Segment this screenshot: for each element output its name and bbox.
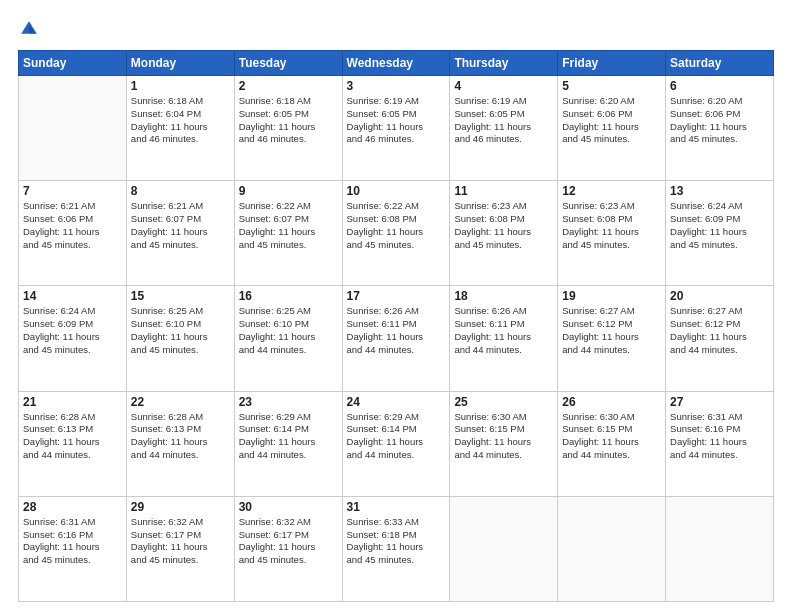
day-number: 25 bbox=[454, 395, 553, 409]
day-info: Sunrise: 6:30 AM Sunset: 6:15 PM Dayligh… bbox=[562, 411, 661, 462]
day-number: 31 bbox=[347, 500, 446, 514]
day-number: 5 bbox=[562, 79, 661, 93]
day-cell: 24Sunrise: 6:29 AM Sunset: 6:14 PM Dayli… bbox=[342, 391, 450, 496]
day-number: 26 bbox=[562, 395, 661, 409]
weekday-header-tuesday: Tuesday bbox=[234, 51, 342, 76]
weekday-header-saturday: Saturday bbox=[666, 51, 774, 76]
day-number: 28 bbox=[23, 500, 122, 514]
day-number: 14 bbox=[23, 289, 122, 303]
day-info: Sunrise: 6:20 AM Sunset: 6:06 PM Dayligh… bbox=[562, 95, 661, 146]
day-info: Sunrise: 6:26 AM Sunset: 6:11 PM Dayligh… bbox=[454, 305, 553, 356]
day-info: Sunrise: 6:22 AM Sunset: 6:08 PM Dayligh… bbox=[347, 200, 446, 251]
day-info: Sunrise: 6:24 AM Sunset: 6:09 PM Dayligh… bbox=[23, 305, 122, 356]
day-cell: 4Sunrise: 6:19 AM Sunset: 6:05 PM Daylig… bbox=[450, 76, 558, 181]
day-cell: 21Sunrise: 6:28 AM Sunset: 6:13 PM Dayli… bbox=[19, 391, 127, 496]
day-number: 30 bbox=[239, 500, 338, 514]
day-info: Sunrise: 6:29 AM Sunset: 6:14 PM Dayligh… bbox=[347, 411, 446, 462]
day-cell: 5Sunrise: 6:20 AM Sunset: 6:06 PM Daylig… bbox=[558, 76, 666, 181]
day-number: 8 bbox=[131, 184, 230, 198]
day-cell: 18Sunrise: 6:26 AM Sunset: 6:11 PM Dayli… bbox=[450, 286, 558, 391]
day-info: Sunrise: 6:32 AM Sunset: 6:17 PM Dayligh… bbox=[239, 516, 338, 567]
day-cell bbox=[558, 496, 666, 601]
day-cell: 31Sunrise: 6:33 AM Sunset: 6:18 PM Dayli… bbox=[342, 496, 450, 601]
day-info: Sunrise: 6:25 AM Sunset: 6:10 PM Dayligh… bbox=[131, 305, 230, 356]
day-cell: 7Sunrise: 6:21 AM Sunset: 6:06 PM Daylig… bbox=[19, 181, 127, 286]
day-cell: 14Sunrise: 6:24 AM Sunset: 6:09 PM Dayli… bbox=[19, 286, 127, 391]
day-info: Sunrise: 6:25 AM Sunset: 6:10 PM Dayligh… bbox=[239, 305, 338, 356]
week-row-3: 14Sunrise: 6:24 AM Sunset: 6:09 PM Dayli… bbox=[19, 286, 774, 391]
day-number: 12 bbox=[562, 184, 661, 198]
day-info: Sunrise: 6:26 AM Sunset: 6:11 PM Dayligh… bbox=[347, 305, 446, 356]
day-cell: 12Sunrise: 6:23 AM Sunset: 6:08 PM Dayli… bbox=[558, 181, 666, 286]
day-info: Sunrise: 6:32 AM Sunset: 6:17 PM Dayligh… bbox=[131, 516, 230, 567]
day-number: 13 bbox=[670, 184, 769, 198]
day-number: 4 bbox=[454, 79, 553, 93]
day-info: Sunrise: 6:24 AM Sunset: 6:09 PM Dayligh… bbox=[670, 200, 769, 251]
day-cell: 13Sunrise: 6:24 AM Sunset: 6:09 PM Dayli… bbox=[666, 181, 774, 286]
day-number: 1 bbox=[131, 79, 230, 93]
day-cell: 3Sunrise: 6:19 AM Sunset: 6:05 PM Daylig… bbox=[342, 76, 450, 181]
week-row-2: 7Sunrise: 6:21 AM Sunset: 6:06 PM Daylig… bbox=[19, 181, 774, 286]
day-number: 18 bbox=[454, 289, 553, 303]
day-info: Sunrise: 6:33 AM Sunset: 6:18 PM Dayligh… bbox=[347, 516, 446, 567]
day-number: 10 bbox=[347, 184, 446, 198]
day-number: 11 bbox=[454, 184, 553, 198]
day-cell: 8Sunrise: 6:21 AM Sunset: 6:07 PM Daylig… bbox=[126, 181, 234, 286]
day-cell bbox=[666, 496, 774, 601]
day-number: 27 bbox=[670, 395, 769, 409]
weekday-header-thursday: Thursday bbox=[450, 51, 558, 76]
weekday-header-sunday: Sunday bbox=[19, 51, 127, 76]
day-info: Sunrise: 6:31 AM Sunset: 6:16 PM Dayligh… bbox=[23, 516, 122, 567]
day-cell: 17Sunrise: 6:26 AM Sunset: 6:11 PM Dayli… bbox=[342, 286, 450, 391]
day-cell: 27Sunrise: 6:31 AM Sunset: 6:16 PM Dayli… bbox=[666, 391, 774, 496]
logo-icon bbox=[18, 18, 40, 40]
day-number: 20 bbox=[670, 289, 769, 303]
day-number: 19 bbox=[562, 289, 661, 303]
day-number: 6 bbox=[670, 79, 769, 93]
day-cell: 2Sunrise: 6:18 AM Sunset: 6:05 PM Daylig… bbox=[234, 76, 342, 181]
day-cell: 26Sunrise: 6:30 AM Sunset: 6:15 PM Dayli… bbox=[558, 391, 666, 496]
day-info: Sunrise: 6:21 AM Sunset: 6:07 PM Dayligh… bbox=[131, 200, 230, 251]
day-info: Sunrise: 6:19 AM Sunset: 6:05 PM Dayligh… bbox=[347, 95, 446, 146]
header bbox=[18, 18, 774, 40]
day-cell: 28Sunrise: 6:31 AM Sunset: 6:16 PM Dayli… bbox=[19, 496, 127, 601]
day-cell: 6Sunrise: 6:20 AM Sunset: 6:06 PM Daylig… bbox=[666, 76, 774, 181]
day-info: Sunrise: 6:29 AM Sunset: 6:14 PM Dayligh… bbox=[239, 411, 338, 462]
weekday-header-friday: Friday bbox=[558, 51, 666, 76]
day-cell: 9Sunrise: 6:22 AM Sunset: 6:07 PM Daylig… bbox=[234, 181, 342, 286]
page: SundayMondayTuesdayWednesdayThursdayFrid… bbox=[0, 0, 792, 612]
day-info: Sunrise: 6:18 AM Sunset: 6:05 PM Dayligh… bbox=[239, 95, 338, 146]
day-cell bbox=[19, 76, 127, 181]
day-number: 15 bbox=[131, 289, 230, 303]
day-cell: 1Sunrise: 6:18 AM Sunset: 6:04 PM Daylig… bbox=[126, 76, 234, 181]
day-info: Sunrise: 6:28 AM Sunset: 6:13 PM Dayligh… bbox=[23, 411, 122, 462]
day-info: Sunrise: 6:22 AM Sunset: 6:07 PM Dayligh… bbox=[239, 200, 338, 251]
day-cell: 15Sunrise: 6:25 AM Sunset: 6:10 PM Dayli… bbox=[126, 286, 234, 391]
calendar-table: SundayMondayTuesdayWednesdayThursdayFrid… bbox=[18, 50, 774, 602]
day-info: Sunrise: 6:23 AM Sunset: 6:08 PM Dayligh… bbox=[562, 200, 661, 251]
day-info: Sunrise: 6:19 AM Sunset: 6:05 PM Dayligh… bbox=[454, 95, 553, 146]
day-number: 29 bbox=[131, 500, 230, 514]
day-cell: 16Sunrise: 6:25 AM Sunset: 6:10 PM Dayli… bbox=[234, 286, 342, 391]
weekday-header-wednesday: Wednesday bbox=[342, 51, 450, 76]
day-cell: 19Sunrise: 6:27 AM Sunset: 6:12 PM Dayli… bbox=[558, 286, 666, 391]
day-cell: 29Sunrise: 6:32 AM Sunset: 6:17 PM Dayli… bbox=[126, 496, 234, 601]
week-row-1: 1Sunrise: 6:18 AM Sunset: 6:04 PM Daylig… bbox=[19, 76, 774, 181]
day-cell bbox=[450, 496, 558, 601]
day-info: Sunrise: 6:21 AM Sunset: 6:06 PM Dayligh… bbox=[23, 200, 122, 251]
day-number: 21 bbox=[23, 395, 122, 409]
day-cell: 30Sunrise: 6:32 AM Sunset: 6:17 PM Dayli… bbox=[234, 496, 342, 601]
day-cell: 10Sunrise: 6:22 AM Sunset: 6:08 PM Dayli… bbox=[342, 181, 450, 286]
week-row-4: 21Sunrise: 6:28 AM Sunset: 6:13 PM Dayli… bbox=[19, 391, 774, 496]
day-number: 9 bbox=[239, 184, 338, 198]
day-number: 16 bbox=[239, 289, 338, 303]
day-cell: 11Sunrise: 6:23 AM Sunset: 6:08 PM Dayli… bbox=[450, 181, 558, 286]
day-number: 23 bbox=[239, 395, 338, 409]
week-row-5: 28Sunrise: 6:31 AM Sunset: 6:16 PM Dayli… bbox=[19, 496, 774, 601]
day-number: 24 bbox=[347, 395, 446, 409]
day-info: Sunrise: 6:28 AM Sunset: 6:13 PM Dayligh… bbox=[131, 411, 230, 462]
day-info: Sunrise: 6:23 AM Sunset: 6:08 PM Dayligh… bbox=[454, 200, 553, 251]
day-cell: 25Sunrise: 6:30 AM Sunset: 6:15 PM Dayli… bbox=[450, 391, 558, 496]
day-number: 17 bbox=[347, 289, 446, 303]
day-info: Sunrise: 6:31 AM Sunset: 6:16 PM Dayligh… bbox=[670, 411, 769, 462]
